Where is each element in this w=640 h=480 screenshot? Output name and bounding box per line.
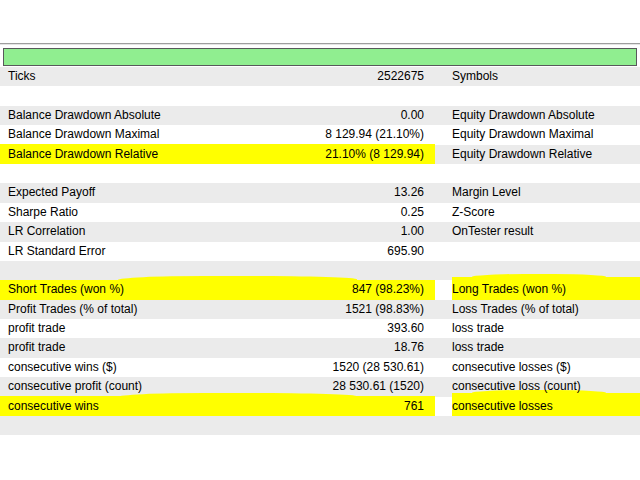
table-row[interactable]	[0, 164, 640, 183]
metric-label	[0, 261, 238, 280]
metric-value: 1521 (98.83%)	[238, 300, 424, 319]
table-row[interactable]: Balance Drawdown Maximal 8 129.94 (21.10…	[0, 125, 640, 144]
metric-label: LR Correlation	[0, 222, 238, 241]
metric-right-label: loss trade	[424, 338, 640, 357]
metric-right-label: Symbols	[424, 67, 640, 86]
metric-right-label	[424, 86, 640, 105]
metric-value: 0.00	[238, 106, 424, 125]
table-row[interactable]: consecutive wins 761 consecutive losses	[0, 397, 640, 416]
metric-right-label: Margin Level	[424, 183, 640, 202]
table-row[interactable]: consecutive profit (count) 28 530.61 (15…	[0, 377, 640, 396]
metric-value: 18.76	[238, 338, 424, 357]
metric-value: 21.10% (8 129.94)	[238, 145, 424, 164]
metric-right-label: Equity Drawdown Relative	[424, 145, 640, 164]
metric-value: 393.60	[238, 319, 424, 338]
table-row[interactable]: Balance Drawdown Relative 21.10% (8 129.…	[0, 145, 640, 164]
table-row[interactable]: Short Trades (won %) 847 (98.23%) Long T…	[0, 280, 640, 299]
metric-value: 2522675	[238, 67, 424, 86]
metric-value: 761	[238, 397, 424, 416]
metric-label: Expected Payoff	[0, 183, 238, 202]
metric-value: 8 129.94 (21.10%)	[238, 125, 424, 144]
table-row[interactable]: Expected Payoff 13.26 Margin Level	[0, 183, 640, 202]
metric-value	[238, 261, 424, 280]
metric-label: Balance Drawdown Maximal	[0, 125, 238, 144]
metric-value	[238, 86, 424, 105]
metric-label: Short Trades (won %)	[0, 280, 238, 299]
progress-fill	[4, 49, 636, 65]
metric-label: Balance Drawdown Absolute	[0, 106, 238, 125]
metric-right-label	[424, 164, 640, 183]
metric-right-label: Equity Drawdown Absolute	[424, 106, 640, 125]
metric-value: 28 530.61 (1520)	[238, 377, 424, 396]
metric-right-label: loss trade	[424, 319, 640, 338]
metric-value: 695.90	[238, 242, 424, 261]
table-row[interactable]: profit trade 18.76 loss trade	[0, 338, 640, 357]
metric-value: 847 (98.23%)	[238, 280, 424, 299]
metric-right-label	[424, 242, 640, 261]
table-row[interactable]	[0, 86, 640, 105]
top-divider-light	[0, 44, 640, 45]
table-row[interactable]	[0, 261, 640, 280]
table-row[interactable]: LR Correlation 1.00 OnTester result	[0, 222, 640, 241]
metric-value: 1520 (28 530.61)	[238, 358, 424, 377]
metric-value	[238, 416, 424, 435]
metric-value: 13.26	[238, 183, 424, 202]
metric-label: Ticks	[0, 67, 238, 86]
metric-right-label	[424, 416, 640, 435]
metric-right-label: Z-Score	[424, 203, 640, 222]
table-row[interactable]: profit trade 393.60 loss trade	[0, 319, 640, 338]
metric-label: LR Standard Error	[0, 242, 238, 261]
metric-label: consecutive wins ($)	[0, 358, 238, 377]
metric-right-label: consecutive losses	[424, 397, 640, 416]
metric-right-label: consecutive loss (count)	[424, 377, 640, 396]
table-row[interactable]: Balance Drawdown Absolute 0.00 Equity Dr…	[0, 106, 640, 125]
progress-bar	[3, 48, 637, 66]
metric-value: 0.25	[238, 203, 424, 222]
metric-label: consecutive wins	[0, 397, 238, 416]
metric-right-label	[424, 261, 640, 280]
metric-label: profit trade	[0, 319, 238, 338]
metric-label: consecutive profit (count)	[0, 377, 238, 396]
table-row[interactable]: Sharpe Ratio 0.25 Z-Score	[0, 203, 640, 222]
metric-right-label: OnTester result	[424, 222, 640, 241]
metric-value	[238, 164, 424, 183]
table-row[interactable]: Profit Trades (% of total) 1521 (98.83%)…	[0, 300, 640, 319]
table-row[interactable]: Ticks 2522675 Symbols	[0, 67, 640, 86]
metric-label	[0, 164, 238, 183]
table-row[interactable]	[0, 416, 640, 435]
metric-right-label: Loss Trades (% of total)	[424, 300, 640, 319]
metric-right-label: Long Trades (won %)	[424, 280, 640, 299]
metric-value: 1.00	[238, 222, 424, 241]
metric-label	[0, 86, 238, 105]
table-row[interactable]: LR Standard Error 695.90	[0, 242, 640, 261]
table-row[interactable]: consecutive wins ($) 1520 (28 530.61) co…	[0, 358, 640, 377]
metric-right-label: consecutive losses ($)	[424, 358, 640, 377]
metric-right-label: Equity Drawdown Maximal	[424, 125, 640, 144]
metric-label: Balance Drawdown Relative	[0, 145, 238, 164]
metric-label: profit trade	[0, 338, 238, 357]
metric-label: Sharpe Ratio	[0, 203, 238, 222]
metric-label	[0, 416, 238, 435]
report-table: Ticks 2522675 Symbols Balance Drawdown A…	[0, 67, 640, 435]
metric-label: Profit Trades (% of total)	[0, 300, 238, 319]
